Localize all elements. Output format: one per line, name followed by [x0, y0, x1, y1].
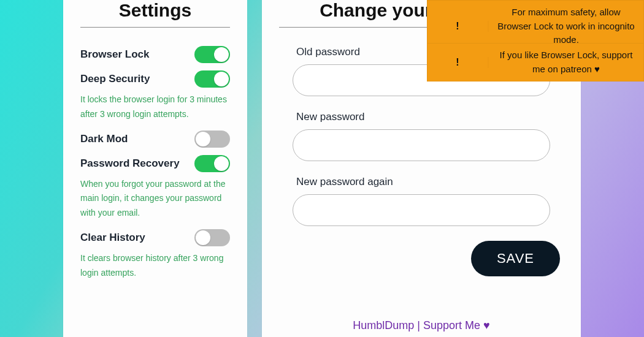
setting-label: Password Recovery	[80, 157, 180, 170]
toast-patreon[interactable]: ! If you like Browser Lock, support me o…	[427, 43, 644, 81]
footer-link[interactable]: HumblDump | Support Me ♥	[279, 276, 564, 332]
settings-title: Settings	[80, 0, 230, 21]
setting-browser-lock: Browser Lock	[80, 46, 230, 63]
toggle-deep-security[interactable]	[194, 70, 230, 88]
setting-password-recovery: Password Recovery When you forgot your p…	[80, 155, 230, 221]
heart-icon: ♥	[483, 319, 490, 331]
footer-text: HumblDump | Support Me	[353, 319, 483, 331]
toggle-clear-history[interactable]	[194, 229, 230, 246]
setting-clear-history: Clear History It clears browser history …	[80, 229, 230, 281]
setting-label: Deep Security	[80, 73, 150, 85]
setting-desc: When you forgot your password at the mai…	[80, 177, 230, 221]
new-password-again-input[interactable]	[293, 194, 550, 226]
setting-deep-security: Deep Security It locks the browser login…	[80, 70, 230, 122]
setting-dark-mode: Dark Mod	[80, 131, 230, 148]
save-button[interactable]: SAVE	[471, 241, 560, 276]
setting-desc: It clears browser history after 3 wrong …	[80, 251, 230, 281]
new-password-again-label: New password again	[296, 176, 564, 188]
setting-label: Dark Mod	[80, 133, 128, 145]
new-password-label: New password	[296, 111, 564, 123]
toggle-browser-lock[interactable]	[194, 46, 230, 63]
toast-message: If you like Browser Lock, support me on …	[489, 44, 643, 81]
toggle-password-recovery[interactable]	[194, 155, 230, 172]
warning-icon: !	[427, 21, 489, 32]
settings-panel: Settings Browser Lock Deep Security It l…	[63, 0, 247, 337]
toggle-dark-mode[interactable]	[194, 131, 230, 148]
divider	[80, 27, 230, 28]
setting-label: Browser Lock	[80, 48, 149, 61]
warning-icon: !	[427, 57, 489, 68]
new-password-input[interactable]	[293, 129, 550, 161]
setting-label: Clear History	[80, 232, 145, 244]
setting-desc: It locks the browser login for 3 minutes…	[80, 93, 230, 122]
